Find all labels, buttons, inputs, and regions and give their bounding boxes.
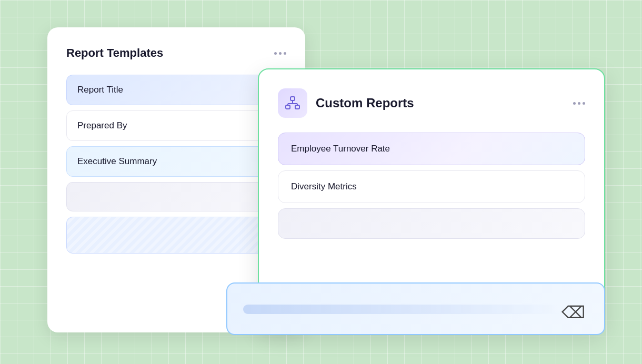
report-item-empty bbox=[278, 208, 585, 239]
bottom-input-row[interactable]: ⌫ bbox=[226, 282, 605, 335]
dot-5 bbox=[578, 102, 580, 105]
template-item-report-title[interactable]: Report Title bbox=[66, 75, 286, 105]
template-item-empty-1 bbox=[66, 182, 286, 211]
custom-reports-icon-container bbox=[278, 88, 307, 118]
report-item-diversity-metrics[interactable]: Diversity Metrics bbox=[278, 170, 585, 203]
custom-reports-title: Custom Reports bbox=[316, 96, 414, 110]
template-list: Report Title Prepared By Executive Summa… bbox=[66, 75, 286, 254]
bottom-input-bar bbox=[243, 305, 564, 314]
report-templates-header: Report Templates bbox=[66, 46, 286, 60]
template-item-striped bbox=[66, 217, 286, 254]
custom-reports-more-button[interactable] bbox=[573, 102, 585, 105]
dot-2 bbox=[279, 52, 282, 55]
report-item-employee-turnover[interactable]: Employee Turnover Rate bbox=[278, 133, 585, 165]
custom-reports-header: Custom Reports bbox=[278, 88, 585, 118]
tree-structure-icon bbox=[285, 95, 300, 111]
dot-1 bbox=[274, 52, 277, 55]
template-item-prepared-by[interactable]: Prepared By bbox=[66, 110, 286, 141]
report-list: Employee Turnover Rate Diversity Metrics bbox=[278, 133, 585, 239]
template-item-executive-summary[interactable]: Executive Summary bbox=[66, 146, 286, 177]
cursor-hand-icon: ⌫ bbox=[561, 302, 585, 322]
custom-reports-title-area: Custom Reports bbox=[278, 88, 414, 118]
svg-rect-1 bbox=[286, 105, 290, 109]
report-templates-more-button[interactable] bbox=[274, 52, 286, 55]
dot-3 bbox=[284, 52, 286, 55]
svg-rect-0 bbox=[290, 97, 295, 100]
dot-6 bbox=[583, 102, 585, 105]
report-templates-title: Report Templates bbox=[66, 46, 163, 60]
dot-4 bbox=[573, 102, 576, 105]
svg-rect-2 bbox=[295, 105, 299, 109]
